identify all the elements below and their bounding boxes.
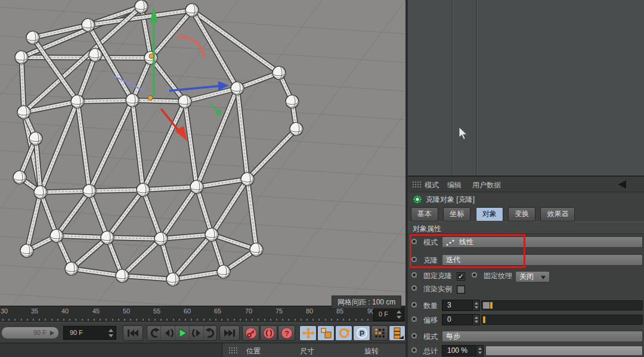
cloner-icon [412,194,423,205]
svg-text:P: P [359,330,364,338]
offset-spinner[interactable] [472,314,480,325]
keyframe-circle-icon[interactable] [411,272,417,278]
rotate-icon [338,327,351,339]
play-button[interactable] [176,326,190,340]
ruler-tick: 60 [184,307,191,315]
parameter-icon: P [355,327,369,339]
attribute-manager: 模式 编辑 用户数据 克隆对象 [克隆] 基本 坐标 对象 变换 效果器 对 [405,177,644,357]
preview-range-slider[interactable]: 90 F [1,327,59,339]
position-key-button[interactable] [299,325,317,341]
slider-value-mark [490,302,493,309]
play-icon [177,327,189,339]
slider-handle[interactable] [483,302,490,309]
ruler-tick: 45 [92,307,100,315]
panel-seam [476,0,477,176]
highlight-rectangle [410,234,525,268]
count-spinner[interactable] [472,300,480,311]
goto-end-icon [222,327,237,339]
end-time-field[interactable]: 90 F [63,326,116,340]
keyframe-circle-icon[interactable] [411,333,417,338]
total-input[interactable]: 100 % [442,345,476,356]
tab-transform[interactable]: 变换 [508,207,535,221]
prev-key-icon [148,327,160,339]
offset-slider[interactable] [481,315,643,325]
spinner-icon[interactable] [396,310,401,319]
count-label: 数量 [423,301,438,311]
size-label: 尺寸 [300,346,314,356]
attr-row-step-mode: 模式 每步 [408,331,644,345]
record-button[interactable] [242,325,259,341]
attribute-tabs: 基本 坐标 对象 变换 效果器 [408,207,644,221]
step-mode-dropdown[interactable]: 每步 [442,331,643,342]
tab-object[interactable]: 对象 [476,207,503,221]
collapse-arrow-icon[interactable] [618,180,626,189]
offset-input[interactable]: 0 [442,314,473,325]
fix-texture-label: 固定纹理 [484,271,512,281]
svg-text:?: ? [284,329,289,338]
total-slider[interactable] [485,346,643,356]
section-header: 对象属性 [408,221,644,234]
menu-userdata[interactable]: 用户数据 [472,180,501,190]
total-spinner[interactable] [476,345,484,356]
attribute-menubar: 模式 编辑 用户数据 [408,177,644,192]
section-title: 对象属性 [413,224,441,234]
ruler-tick: 55 [153,307,160,315]
viewport-canvas[interactable] [0,0,405,306]
parameter-key-button[interactable]: P [353,325,370,341]
keyframe-presets-button[interactable] [389,325,405,341]
count-slider[interactable] [481,300,643,310]
render-instance-checkbox[interactable] [457,285,465,294]
prev-frame-icon [162,327,175,339]
step-mode-label: 模式 [423,332,438,342]
mouse-cursor [458,127,469,141]
coordinate-bar: 位置 尺寸 旋转 [222,343,405,357]
rotation-key-button[interactable] [335,325,352,341]
keying-help-button[interactable]: ? [278,325,295,341]
menu-edit[interactable]: 编辑 [447,180,462,190]
keyframe-circle-icon[interactable] [472,272,477,278]
tab-effectors[interactable]: 效果器 [540,207,575,221]
viewport[interactable] [0,0,405,306]
ruler-tick: 80 [306,307,313,315]
spinner-icon[interactable] [108,329,113,337]
offset-label: 偏移 [423,315,438,325]
attr-row-count: 数量 3 [408,300,644,314]
next-key-button[interactable] [204,326,218,340]
current-frame-field[interactable]: 0 F [373,307,404,321]
question-icon: ? [280,327,293,339]
goto-start-button[interactable] [123,325,143,341]
autokey-button[interactable] [260,325,277,341]
grid-spacing-label: 网格间距 : 100 cm [332,296,401,309]
grip-icon [412,181,421,188]
ruler-tick: 30 [1,307,8,315]
tab-basic[interactable]: 基本 [411,207,438,221]
next-key-icon [205,327,217,339]
fix-clone-label: 固定克隆 [423,271,452,281]
playback-group [147,325,217,341]
menu-mode[interactable]: 模式 [425,180,439,190]
keyframe-circle-icon[interactable] [411,347,417,353]
tab-coordinates[interactable]: 坐标 [443,207,470,221]
count-input[interactable]: 3 [442,300,473,311]
pla-key-button[interactable] [371,325,388,341]
next-frame-button[interactable] [190,326,204,340]
object-manager-panel[interactable] [405,0,644,177]
filmstrip-icon [391,327,404,339]
scale-icon [320,327,333,339]
ruler-tick: 40 [61,307,69,315]
prev-frame-button[interactable] [162,326,175,340]
prev-key-button[interactable] [147,326,161,340]
keyframe-circle-icon[interactable] [411,316,417,322]
status-bar [0,343,222,357]
fix-texture-dropdown[interactable]: 关闭 [515,271,550,282]
attr-row-total: 总计 100 % [408,345,644,357]
goto-end-button[interactable] [219,325,240,341]
scale-key-button[interactable] [317,325,335,341]
goto-start-icon [126,327,140,339]
render-instance-label: 渲染实例 [423,284,452,294]
keyframe-circle-icon[interactable] [411,285,417,291]
pla-dots-icon [373,327,386,339]
fix-clone-checkbox[interactable]: ✓ [457,272,465,281]
ruler-tick: 75 [275,307,283,315]
keyframe-circle-icon[interactable] [411,302,417,307]
